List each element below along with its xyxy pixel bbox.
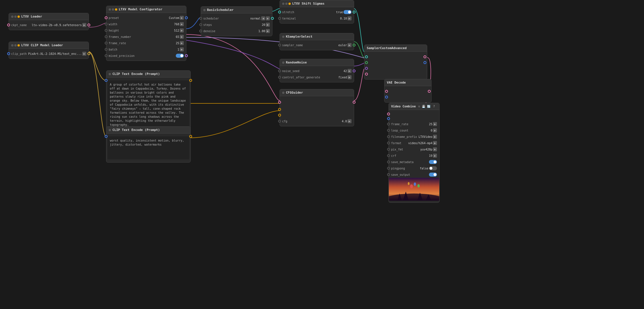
dot-1[interactable] bbox=[11, 16, 13, 18]
rn-dot-1[interactable] bbox=[282, 61, 284, 64]
vc-pp-toggle[interactable] bbox=[429, 166, 437, 170]
ckpt-connector-right[interactable] bbox=[87, 24, 90, 26]
sca-conn4[interactable] bbox=[365, 73, 368, 76]
shift-dot-2[interactable] bbox=[285, 3, 288, 5]
vc-fr-btn[interactable]: ▶ bbox=[433, 122, 437, 126]
cfg-neg-conn[interactable] bbox=[278, 114, 281, 117]
ctrl-btn[interactable]: ▶ bbox=[348, 75, 352, 79]
cp-dot-1[interactable] bbox=[109, 73, 111, 75]
width-conn-left[interactable] bbox=[105, 23, 108, 26]
cfg-model-conn[interactable] bbox=[278, 101, 281, 104]
preset-conn-right[interactable] bbox=[185, 16, 188, 19]
vc-fr-conn[interactable] bbox=[387, 123, 390, 125]
dot-3[interactable] bbox=[17, 16, 20, 18]
stretch-conn-right[interactable] bbox=[353, 11, 356, 13]
vc-crf-conn[interactable] bbox=[387, 154, 390, 157]
preset-conn-left[interactable] bbox=[105, 16, 108, 19]
vc-pp-conn[interactable] bbox=[387, 167, 390, 170]
nseed-btn[interactable]: ▶ bbox=[348, 69, 352, 73]
cn-dot-1[interactable] bbox=[109, 129, 111, 131]
cfg-val-btn[interactable]: ▶ bbox=[348, 119, 352, 123]
frame-rate-conn-left[interactable] bbox=[105, 42, 108, 45]
ks-dot-1[interactable] bbox=[282, 36, 284, 38]
vae-conn2[interactable] bbox=[385, 96, 388, 99]
vc-lc-btn[interactable]: ▶ bbox=[433, 128, 437, 132]
conf-conn-right[interactable] bbox=[185, 54, 188, 57]
vae-conn1[interactable] bbox=[385, 90, 388, 93]
clip-dot-2[interactable] bbox=[14, 44, 17, 47]
cfg-conn-right[interactable] bbox=[353, 101, 356, 104]
mixed-conn-left[interactable] bbox=[105, 54, 108, 57]
sca-conn1[interactable] bbox=[365, 55, 368, 58]
terminal-conn-left[interactable] bbox=[278, 17, 281, 20]
clip-pos-conn-left[interactable] bbox=[105, 79, 108, 82]
cfg-val-conn-left[interactable] bbox=[278, 120, 281, 123]
cfg-cond-conn[interactable] bbox=[278, 108, 281, 111]
denoise-conn-left[interactable] bbox=[199, 30, 202, 32]
ckpt-connector-left[interactable] bbox=[7, 24, 10, 26]
sca-conn-r2[interactable] bbox=[424, 61, 426, 64]
vc-fmt-btn[interactable]: ▶ bbox=[433, 141, 437, 145]
vc-crf-btn[interactable]: ▶ bbox=[433, 154, 437, 158]
conf-dot-1[interactable] bbox=[109, 8, 111, 11]
vc-audio-conn[interactable] bbox=[387, 117, 390, 120]
sca-conn2[interactable] bbox=[365, 61, 368, 64]
frames-btn[interactable]: ▶ bbox=[180, 35, 184, 39]
clip-pos-text[interactable]: A group of colorful hot air balloons tak… bbox=[108, 80, 189, 129]
vc-so-conn[interactable] bbox=[387, 173, 390, 176]
vc-fmt-conn[interactable] bbox=[387, 142, 390, 144]
vae-conn-r1[interactable] bbox=[428, 90, 431, 93]
vc-help[interactable]: ? bbox=[433, 105, 435, 108]
nseed-conn-left[interactable] bbox=[278, 69, 281, 72]
frame-rate-btn[interactable]: ▶ bbox=[180, 41, 184, 45]
sched-conn-right[interactable] bbox=[271, 17, 274, 20]
sched-left-btn[interactable]: ◀ bbox=[261, 16, 265, 20]
stretch-toggle[interactable] bbox=[344, 10, 352, 14]
conf-dot-2[interactable] bbox=[112, 8, 114, 11]
steps-btn[interactable]: ▶ bbox=[266, 23, 270, 27]
vc-pf-btn[interactable]: ▶ bbox=[433, 147, 437, 151]
clip-neg-conn-right[interactable] bbox=[189, 135, 192, 138]
clip-neg-text[interactable]: worst quality, inconsistent motion, blur… bbox=[108, 136, 189, 159]
sname-btn[interactable]: ▶ bbox=[348, 43, 352, 47]
vc-fn-btn[interactable]: ▶ bbox=[433, 135, 437, 139]
ctrl-conn-left[interactable] bbox=[278, 76, 281, 79]
clip-connector-right[interactable] bbox=[87, 52, 90, 55]
clip-dot-3[interactable] bbox=[17, 44, 20, 47]
vc-so-toggle[interactable] bbox=[429, 173, 437, 177]
terminal-btn[interactable]: ▶ bbox=[348, 16, 352, 20]
conf-dot-3[interactable] bbox=[115, 8, 117, 11]
cfg-dot-1[interactable] bbox=[282, 92, 284, 94]
dot-2[interactable] bbox=[14, 16, 17, 18]
sname-conn-right[interactable] bbox=[353, 44, 356, 47]
clip-dot-1[interactable] bbox=[11, 44, 13, 47]
sca-conn-r1[interactable] bbox=[424, 55, 426, 58]
vc-sm-conn[interactable] bbox=[387, 161, 390, 163]
preset-btn[interactable]: ▶ bbox=[180, 16, 184, 20]
vc-fn-conn[interactable] bbox=[387, 135, 390, 138]
stretch-conn-left[interactable] bbox=[278, 11, 281, 13]
sched-right-btn[interactable]: ▶ bbox=[266, 16, 270, 20]
sname-conn-left[interactable] bbox=[278, 44, 281, 47]
steps-conn-left[interactable] bbox=[199, 23, 202, 26]
vc-img-conn[interactable] bbox=[387, 113, 390, 115]
sca-conn3[interactable] bbox=[365, 67, 368, 70]
shift-dot-3[interactable] bbox=[288, 3, 291, 5]
mixed-precision-toggle[interactable] bbox=[176, 54, 184, 58]
shift-dot-1[interactable] bbox=[282, 3, 284, 5]
vc-pf-conn[interactable] bbox=[387, 148, 390, 151]
frames-conn-left[interactable] bbox=[105, 35, 108, 38]
height-btn[interactable]: ▶ bbox=[180, 28, 184, 32]
vc-sm-toggle[interactable] bbox=[429, 160, 437, 164]
vc-lc-conn[interactable] bbox=[387, 129, 390, 132]
ckpt-arrow-btn[interactable]: ▶ bbox=[82, 23, 86, 27]
clip-pos-conn-right[interactable] bbox=[189, 79, 192, 82]
clip-path-connector-left[interactable] bbox=[7, 52, 10, 55]
clip-neg-conn-left[interactable] bbox=[105, 135, 108, 138]
sched-conn-left[interactable] bbox=[199, 17, 202, 20]
sched-dot-1[interactable] bbox=[203, 9, 206, 11]
batch-conn-left[interactable] bbox=[105, 48, 108, 51]
nseed-conn-right[interactable] bbox=[353, 69, 356, 72]
height-conn-left[interactable] bbox=[105, 29, 108, 32]
clip-path-btn[interactable]: ▶ bbox=[82, 52, 86, 56]
